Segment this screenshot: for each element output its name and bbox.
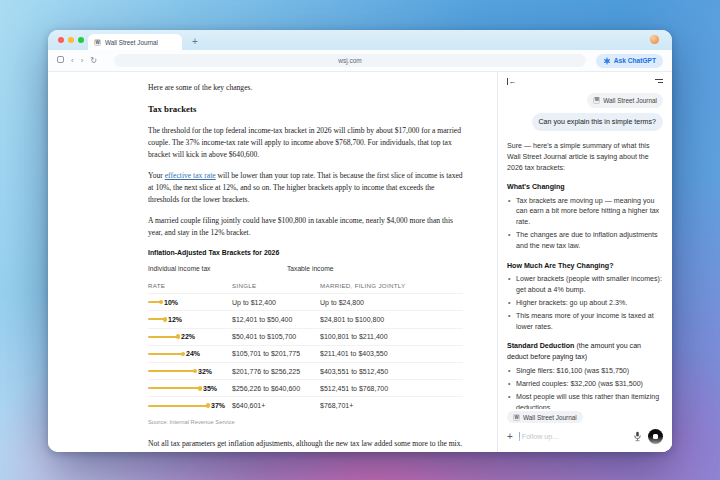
reload-icon[interactable]: ↻ <box>90 57 97 65</box>
table-group-headers: Individual income tax Taxable income <box>148 264 463 279</box>
table-row: 12%$12,401 to $50,400$24,801 to $100,800 <box>148 310 463 327</box>
rate-value: 37% <box>211 400 225 411</box>
article-intro: Here are some of the key changes. <box>148 82 463 94</box>
text-caret <box>519 432 520 441</box>
header-single: SINGLE <box>232 281 320 291</box>
group-taxable-income: Taxable income <box>232 264 463 275</box>
composer-source-chip[interactable]: W Wall Street Journal <box>507 411 583 423</box>
married-range-cell: $211,401 to $403,550 <box>320 348 463 359</box>
maximize-window-button[interactable] <box>78 37 84 43</box>
rate-value: 10% <box>164 297 178 308</box>
header-rate: RATE <box>148 281 232 291</box>
rate-value: 12% <box>168 314 182 325</box>
chat-bullet: This means more of your income is taxed … <box>507 311 663 332</box>
browser-tab-wsj[interactable]: W Wall Street Journal <box>88 34 182 50</box>
voice-mode-button[interactable] <box>648 429 663 444</box>
page-content: Here are some of the key changes. Tax br… <box>48 72 672 452</box>
rate-cell: 35% <box>148 383 232 394</box>
married-range-cell: $24,801 to $100,800 <box>320 314 463 325</box>
tax-brackets-table: Inflation-Adjusted Tax Brackets for 2026… <box>148 248 463 427</box>
single-range-cell: $12,401 to $50,400 <box>232 314 320 325</box>
forward-icon[interactable]: › <box>81 57 84 65</box>
sidebar-header: ← <box>498 72 672 90</box>
group-individual-income-tax: Individual income tax <box>148 264 232 275</box>
chat-menu-icon[interactable] <box>655 79 663 83</box>
chat-bullet: Tax brackets are moving up — meaning you… <box>507 196 663 228</box>
stop-icon <box>653 434 658 439</box>
back-icon[interactable]: ‹ <box>71 57 74 65</box>
chat-section-heading: How Much Are They Changing? <box>507 261 663 272</box>
table-column-headers: RATE SINGLE MARRIED, FILING JOINTLY <box>148 278 463 293</box>
rate-bar-icon <box>148 336 178 338</box>
paragraph-text: Your <box>148 171 165 180</box>
article-pane: Here are some of the key changes. Tax br… <box>48 72 497 452</box>
chat-bullet: Single filers: $16,100 (was $15,750) <box>507 366 663 377</box>
effective-tax-rate-link[interactable]: effective tax rate <box>165 171 216 180</box>
table-row: 37%$640,601+$768,701+ <box>148 396 463 413</box>
single-range-cell: $640,601+ <box>232 400 320 411</box>
wsj-favicon-icon: W <box>94 39 101 46</box>
table-row: 24%$105,701 to $201,775$211,401 to $403,… <box>148 345 463 362</box>
minimize-window-button[interactable] <box>68 37 74 43</box>
single-range-cell: $201,776 to $256,225 <box>232 366 320 377</box>
rate-cell: 24% <box>148 348 232 359</box>
source-chip-wsj[interactable]: W Wall Street Journal <box>587 93 663 108</box>
browser-toolbar: ‹ › ↻ wsj.com Ask ChatGPT <box>48 50 672 72</box>
browser-window: W Wall Street Journal + ‹ › ↻ wsj.com As… <box>48 30 672 452</box>
rate-cell: 37% <box>148 400 232 411</box>
tab-bar: W Wall Street Journal + <box>48 30 672 50</box>
ask-chatgpt-button[interactable]: Ask ChatGPT <box>596 54 663 68</box>
microphone-icon[interactable] <box>633 431 642 442</box>
chatgpt-logo-icon <box>603 57 611 65</box>
rate-cell: 22% <box>148 331 232 342</box>
user-message-bubble: Can you explain this in simple terms? <box>532 113 664 132</box>
chat-section-heading: Standard Deduction (the amount you can d… <box>507 341 663 362</box>
married-range-cell: $512,451 to $768,700 <box>320 383 463 394</box>
profile-avatar[interactable] <box>650 35 659 44</box>
url-text: wsj.com <box>338 57 361 64</box>
article-paragraph: The threshold for the top federal income… <box>148 125 463 161</box>
single-range-cell: $50,401 to $105,700 <box>232 331 320 342</box>
url-bar[interactable]: wsj.com <box>114 54 586 67</box>
source-chip-label: Wall Street Journal <box>603 96 657 106</box>
composer-input-row: + Follow up... <box>507 429 663 444</box>
article-paragraph: Your effective tax rate will be lower th… <box>148 170 463 206</box>
chat-bullet: The changes are due to inflation adjustm… <box>507 230 663 251</box>
single-range-cell: Up to $12,400 <box>232 297 320 308</box>
table-source: Source: Internal Revenue Service <box>148 418 463 427</box>
collapse-sidebar-icon[interactable]: ← <box>507 78 516 85</box>
rate-cell: 10% <box>148 297 232 308</box>
new-tab-button[interactable]: + <box>192 37 198 47</box>
attachment-row: W Wall Street Journal <box>507 93 663 108</box>
add-attachment-icon[interactable]: + <box>507 432 513 442</box>
table-row: 10%Up to $12,400Up to $24,800 <box>148 293 463 310</box>
rate-cell: 12% <box>148 314 232 325</box>
chat-bullet: Lower brackets (people with smaller inco… <box>507 274 663 295</box>
window-controls <box>58 37 84 43</box>
composer-attachment-row: W Wall Street Journal <box>507 411 663 423</box>
header-married: MARRIED, FILING JOINTLY <box>320 281 463 291</box>
article-heading-tax-brackets: Tax brackets <box>148 103 463 117</box>
sidebar-toggle-icon[interactable] <box>57 56 64 65</box>
close-window-button[interactable] <box>58 37 64 43</box>
rate-bar-icon <box>148 370 195 372</box>
wsj-favicon-icon: W <box>513 414 520 421</box>
table-row: 32%$201,776 to $256,225$403,551 to $512,… <box>148 362 463 379</box>
rate-bar-icon <box>148 301 161 303</box>
rate-value: 32% <box>198 366 212 377</box>
wsj-favicon-icon: W <box>593 97 600 104</box>
table-title: Inflation-Adjusted Tax Brackets for 2026 <box>148 248 463 259</box>
rate-cell: 32% <box>148 366 232 377</box>
article-paragraph: A married couple filing jointly could ha… <box>148 215 463 239</box>
chat-section-heading: What's Changing <box>507 182 663 193</box>
ask-chatgpt-label: Ask ChatGPT <box>614 57 656 64</box>
follow-up-input[interactable]: Follow up... <box>519 432 627 441</box>
rate-value: 22% <box>181 331 195 342</box>
table-row: 22%$50,401 to $105,700$100,801 to $211,4… <box>148 328 463 345</box>
rate-bar-icon <box>148 318 165 320</box>
assistant-intro: Sure — here's a simple summary of what t… <box>507 141 663 173</box>
input-placeholder: Follow up... <box>522 433 558 441</box>
rate-bar-icon <box>148 387 200 389</box>
composer-chip-label: Wall Street Journal <box>523 414 577 421</box>
chat-bullet: Higher brackets: go up about 2.3%. <box>507 298 663 309</box>
